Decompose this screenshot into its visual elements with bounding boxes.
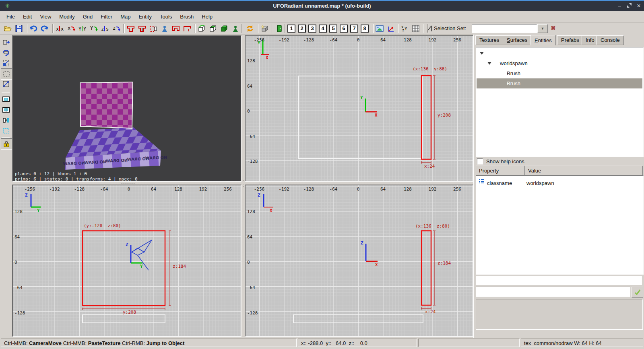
tree-worldspawn-row[interactable]: worldspawn bbox=[477, 58, 642, 68]
toggle-axes-button[interactable] bbox=[386, 23, 396, 34]
yz-viewport[interactable]: Z Y Z Y (y:-120 z:80) z:184 y:208 -256-1… bbox=[12, 185, 242, 337]
tab-textures[interactable]: Textures bbox=[475, 35, 503, 45]
menu-map[interactable]: Map bbox=[116, 12, 134, 21]
axis-label: X bbox=[375, 262, 378, 267]
rotate-x-button[interactable]: x bbox=[66, 23, 76, 34]
tab-surfaces[interactable]: Surfaces bbox=[503, 35, 531, 45]
level-6-button[interactable]: 6 bbox=[340, 25, 348, 33]
level-5-button[interactable]: 5 bbox=[329, 25, 337, 33]
tree-item-label[interactable]: Brush bbox=[507, 78, 520, 88]
titlebar[interactable]: ✳ UFORadiant unnamed.map * (ufo-build) –… bbox=[0, 1, 644, 11]
value-column-header[interactable]: Value bbox=[525, 166, 643, 175]
menu-help[interactable]: Help bbox=[198, 12, 217, 21]
menu-view[interactable]: View bbox=[36, 12, 55, 21]
expander-icon[interactable] bbox=[480, 52, 484, 55]
menu-brush[interactable]: Brush bbox=[176, 12, 198, 21]
apply-value-button[interactable] bbox=[632, 287, 643, 298]
tab-prefabs[interactable]: Prefabs bbox=[557, 35, 583, 45]
level-7-button[interactable]: 7 bbox=[350, 25, 358, 33]
brush-split-button[interactable] bbox=[182, 23, 192, 34]
camera-viewport[interactable]: NO DRAW NO DRAW NO DRAW NO DRAW NO DRAW … bbox=[12, 35, 242, 182]
value-input[interactable] bbox=[476, 287, 630, 297]
csg-merge-button[interactable] bbox=[137, 23, 147, 34]
flip-z-button[interactable]: zs bbox=[100, 23, 110, 34]
clipper-split-button[interactable] bbox=[1, 105, 11, 115]
csg-hollow-button[interactable] bbox=[148, 23, 159, 34]
keyvalue-table[interactable]: classname worldspawn bbox=[476, 175, 644, 275]
toggle-grid-button[interactable] bbox=[411, 23, 421, 34]
show-help-row: Show help icons bbox=[476, 157, 643, 166]
minimize-button[interactable]: – bbox=[615, 2, 624, 10]
tab-entities[interactable]: Entities bbox=[530, 35, 556, 45]
open-button[interactable] bbox=[2, 23, 13, 34]
select-tool-button[interactable] bbox=[1, 68, 12, 80]
menu-entity[interactable]: Entity bbox=[134, 12, 156, 21]
tree-root-row[interactable] bbox=[477, 48, 642, 58]
selected-wall-brush[interactable] bbox=[80, 82, 133, 128]
key-input[interactable] bbox=[476, 276, 642, 285]
levels-door-button[interactable] bbox=[274, 23, 285, 34]
solid-brush-button[interactable] bbox=[219, 23, 229, 34]
clipper-tool-button[interactable] bbox=[1, 94, 11, 105]
undo-button[interactable] bbox=[28, 23, 39, 34]
entity-tree[interactable]: worldspawn Brush Brush bbox=[476, 47, 644, 157]
show-coordinates-button[interactable]: xzY bbox=[399, 23, 410, 34]
menu-grid[interactable]: Grid bbox=[79, 12, 97, 21]
level-1-button[interactable]: 1 bbox=[287, 25, 295, 33]
horizontal-splitter[interactable] bbox=[12, 182, 473, 185]
keyvalue-row[interactable]: classname worldspawn bbox=[477, 176, 642, 186]
tree-brush-row-selected[interactable]: Brush bbox=[477, 78, 642, 88]
redo-button[interactable] bbox=[39, 23, 50, 34]
menu-filter[interactable]: Filter bbox=[97, 12, 116, 21]
surface-inspector-button[interactable] bbox=[196, 23, 207, 34]
resize-tool-button[interactable] bbox=[1, 79, 11, 89]
region-tool-button[interactable] bbox=[1, 125, 11, 136]
xz-viewport[interactable]: Z X Z X (x:136 z:80) z:184 x:24 -256-192… bbox=[245, 185, 473, 337]
scale-tool-button[interactable] bbox=[1, 58, 11, 68]
delete-selection-set-button[interactable]: ✖ bbox=[551, 25, 556, 32]
menu-file[interactable]: File bbox=[2, 12, 19, 21]
maximize-button[interactable] bbox=[625, 2, 634, 10]
texture-lock-toggle-button[interactable] bbox=[1, 138, 12, 150]
selection-set-input[interactable] bbox=[472, 24, 537, 33]
brush-clip-button[interactable] bbox=[171, 23, 181, 34]
xy-viewport[interactable]: Y X Y X (x:136 y:88) y:208 x:24 -256-192… bbox=[245, 35, 473, 182]
flip-y-button[interactable]: YY bbox=[77, 23, 88, 34]
property-column-header[interactable]: Property bbox=[476, 166, 525, 175]
translate-tool-button[interactable] bbox=[1, 37, 11, 47]
entity-comment-area bbox=[476, 299, 643, 330]
texture-lock-button[interactable] bbox=[260, 23, 270, 34]
refresh-models-button[interactable] bbox=[245, 23, 255, 34]
tree-brush-row[interactable]: Brush bbox=[477, 68, 642, 78]
level-3-button[interactable]: 3 bbox=[308, 25, 316, 33]
csg-subtract-button[interactable] bbox=[126, 23, 136, 34]
rotate-z-button[interactable]: z bbox=[111, 23, 122, 34]
flip-x-button[interactable]: xx bbox=[55, 23, 65, 34]
menu-modify[interactable]: Modify bbox=[55, 12, 78, 21]
tab-console[interactable]: Console bbox=[597, 35, 624, 45]
close-button[interactable]: ✕ bbox=[634, 2, 643, 10]
clip-side-button[interactable] bbox=[1, 115, 11, 125]
tree-item-label[interactable]: worldspawn bbox=[500, 58, 528, 68]
face-inspector-button[interactable] bbox=[208, 23, 218, 34]
rotate-tool-button[interactable] bbox=[1, 47, 11, 58]
show-help-checkbox[interactable] bbox=[477, 158, 483, 164]
expander-icon[interactable] bbox=[487, 62, 491, 65]
vertical-splitter[interactable] bbox=[242, 35, 245, 337]
angle-tool-button[interactable] bbox=[424, 23, 435, 34]
rotate-y-button[interactable]: Y bbox=[89, 23, 99, 34]
background-image-button[interactable] bbox=[374, 23, 385, 34]
marquee-select-icon bbox=[2, 70, 10, 78]
level-2-button[interactable]: 2 bbox=[298, 25, 306, 33]
tab-info[interactable]: Info bbox=[582, 35, 599, 45]
selection-set-dropdown-button[interactable]: ▼ bbox=[537, 24, 548, 33]
entity-tool-button[interactable] bbox=[230, 23, 241, 34]
texture-cube-icon bbox=[261, 25, 269, 33]
make-actorclip-button[interactable] bbox=[159, 23, 170, 34]
level-4-button[interactable]: 4 bbox=[319, 25, 327, 33]
save-button[interactable] bbox=[14, 23, 24, 34]
tree-item-label[interactable]: Brush bbox=[507, 68, 520, 78]
menu-edit[interactable]: Edit bbox=[19, 12, 36, 21]
menu-tools[interactable]: Tools bbox=[156, 12, 176, 21]
level-8-button[interactable]: 8 bbox=[361, 25, 369, 33]
